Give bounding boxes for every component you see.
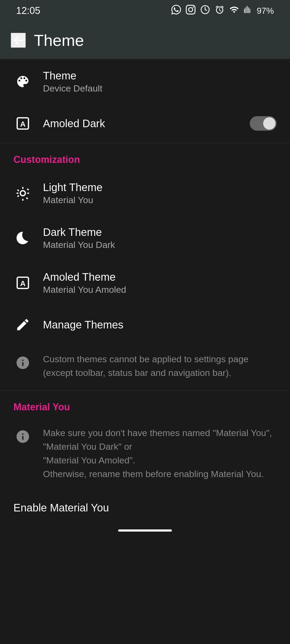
theme-item[interactable]: Theme Device Default bbox=[0, 59, 290, 104]
instagram-icon bbox=[186, 5, 195, 17]
status-bar: 12:05 bbox=[0, 0, 290, 21]
bottom-nav-indicator bbox=[118, 529, 172, 532]
amoled-dark-item-title: Amoled Dark bbox=[43, 117, 239, 130]
light-theme-item[interactable]: Light Theme Material You bbox=[0, 171, 290, 215]
moon-icon bbox=[13, 229, 32, 247]
palette-icon bbox=[13, 72, 32, 91]
svg-text:A: A bbox=[20, 120, 26, 128]
enable-material-you-text: Enable Material You bbox=[13, 502, 277, 514]
toggle-thumb bbox=[263, 117, 276, 130]
amoled-toggle-switch[interactable] bbox=[250, 116, 277, 131]
material-you-section-title: Material You bbox=[13, 401, 70, 412]
alarm-icon bbox=[215, 5, 224, 17]
back-button[interactable] bbox=[11, 33, 26, 48]
material-you-info: Make sure you don't have themes named "M… bbox=[0, 418, 290, 492]
enable-material-you-label: Enable Material You bbox=[13, 502, 277, 514]
light-theme-text: Light Theme Material You bbox=[43, 181, 277, 205]
svg-text:A: A bbox=[20, 279, 26, 287]
theme-item-subtitle: Device Default bbox=[43, 83, 277, 94]
info-icon-1 bbox=[13, 353, 32, 372]
light-theme-title: Light Theme bbox=[43, 181, 277, 194]
manage-themes-text: Manage Themes bbox=[43, 318, 277, 331]
theme-item-title: Theme bbox=[43, 69, 277, 82]
theme-item-text: Theme Device Default bbox=[43, 69, 277, 94]
customization-section-header: Customization bbox=[0, 143, 290, 171]
customization-info-text: Custom themes cannot be applied to setti… bbox=[43, 352, 277, 380]
manage-themes-title: Manage Themes bbox=[43, 318, 277, 331]
light-theme-subtitle: Material You bbox=[43, 195, 277, 205]
app-bar-title: Theme bbox=[34, 31, 84, 50]
amoled-theme-icon: A bbox=[13, 273, 32, 292]
customization-info: Custom themes cannot be applied to setti… bbox=[0, 344, 290, 390]
status-time: 12:05 bbox=[16, 5, 40, 16]
signal-icon bbox=[244, 5, 252, 17]
edit-icon bbox=[13, 315, 32, 334]
dark-theme-subtitle: Material You Dark bbox=[43, 240, 277, 250]
amoled-dark-item[interactable]: A Amoled Dark bbox=[0, 104, 290, 143]
content: Theme Device Default A Amoled Dark Custo… bbox=[0, 59, 290, 532]
info-icon-2 bbox=[13, 427, 32, 446]
status-icons: 97% bbox=[171, 5, 274, 17]
enable-material-you-item[interactable]: Enable Material You bbox=[0, 492, 290, 524]
battery-level: 97% bbox=[257, 6, 274, 16]
dark-theme-text: Dark Theme Material You Dark bbox=[43, 226, 277, 250]
customization-section-title: Customization bbox=[13, 154, 80, 165]
notification-icon bbox=[200, 5, 210, 17]
whatsapp-icon bbox=[171, 5, 181, 17]
amoled-dark-item-text: Amoled Dark bbox=[43, 117, 239, 130]
material-you-section-header: Material You bbox=[0, 391, 290, 418]
wifi-icon bbox=[229, 5, 239, 17]
amoled-theme-subtitle: Material You Amoled bbox=[43, 284, 277, 295]
amoled-theme-title: Amoled Theme bbox=[43, 270, 277, 283]
amoled-dark-toggle[interactable] bbox=[250, 116, 277, 131]
brightness-icon bbox=[13, 184, 32, 203]
manage-themes-item[interactable]: Manage Themes bbox=[0, 305, 290, 344]
amoled-theme-item[interactable]: A Amoled Theme Material You Amoled bbox=[0, 260, 290, 305]
app-bar: Theme bbox=[0, 21, 290, 59]
amoled-theme-text: Amoled Theme Material You Amoled bbox=[43, 270, 277, 295]
amoled-icon: A bbox=[13, 114, 32, 133]
dark-theme-item[interactable]: Dark Theme Material You Dark bbox=[0, 215, 290, 260]
dark-theme-title: Dark Theme bbox=[43, 226, 277, 239]
material-you-info-text: Make sure you don't have themes named "M… bbox=[43, 426, 277, 481]
